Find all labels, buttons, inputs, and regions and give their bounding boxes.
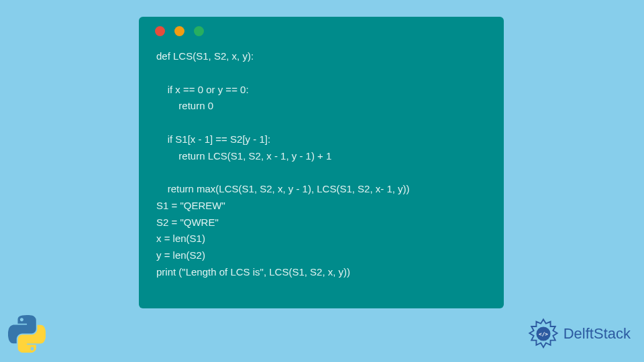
brand-name: DelftStack [564,325,631,343]
code-line: return 0 [156,100,213,111]
code-line: if S1[x - 1] == S2[y - 1]: [156,133,270,145]
window-controls [151,26,492,36]
brand-badge: </> DelftStack [527,318,631,350]
python-logo-icon [8,315,46,353]
code-line: if x == 0 or y == 0: [156,84,249,95]
code-line: S1 = "QEREW" [156,200,225,211]
code-window: def LCS(S1, S2, x, y): if x == 0 or y ==… [139,17,504,308]
code-line: y = len(S2) [156,249,205,261]
code-block: def LCS(S1, S2, x, y): if x == 0 or y ==… [151,48,492,281]
maximize-icon [194,26,204,36]
code-line: S2 = "QWRE" [156,217,219,228]
delftstack-logo-icon: </> [527,318,559,350]
code-line: def LCS(S1, S2, x, y): [156,50,254,62]
close-icon [155,26,165,36]
code-line: print ("Length of LCS is", LCS(S1, S2, x… [156,266,350,278]
svg-text:</>: </> [539,331,548,337]
code-line: return LCS(S1, S2, x - 1, y - 1) + 1 [156,150,331,162]
code-line: return max(LCS(S1, S2, x, y - 1), LCS(S1… [156,183,410,194]
minimize-icon [174,26,184,36]
code-line: x = len(S1) [156,233,205,244]
